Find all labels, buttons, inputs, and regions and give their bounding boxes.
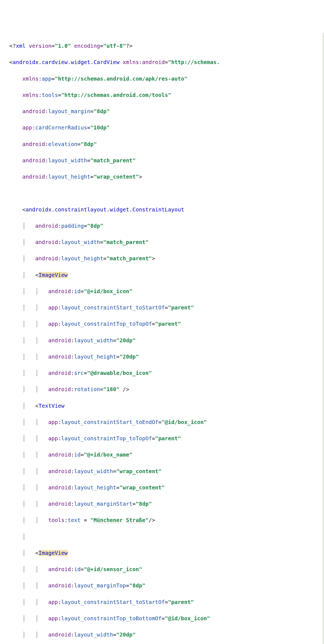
code-editor[interactable]: <?xml version="1.0" encoding="utf-8"?> <…: [0, 33, 323, 644]
code-line[interactable]: android:layout_margin="8dp": [9, 107, 323, 116]
code-line[interactable]: [9, 189, 323, 197]
code-line[interactable]: │ │ android:layout_height="wrap_content": [9, 484, 323, 492]
code-line[interactable]: xmlns:app="http://schemas.android.com/ap…: [9, 75, 323, 83]
code-line[interactable]: │ │ android:layout_width="20dp": [9, 631, 323, 639]
code-line[interactable]: app:cardCornerRadius="10dp": [9, 124, 323, 132]
code-line[interactable]: │ │ android:layout_marginStart="8dp": [9, 500, 323, 508]
tag-imageview-warning: ImageView: [39, 272, 68, 278]
code-line[interactable]: │ │ android:layout_height="20dp": [9, 353, 323, 361]
code-line[interactable]: │ │ app:layout_constraintStart_toEndOf="…: [9, 418, 323, 426]
code-line[interactable]: │ │ tools:text = "Münchener Straße"/>: [9, 516, 323, 524]
code-line[interactable]: │ │ app:layout_constraintTop_toBottomOf=…: [9, 614, 323, 623]
code-line[interactable]: <androidx.constraintlayout.widget.Constr…: [9, 206, 323, 214]
code-line[interactable]: │ │ app:layout_constraintStart_toStartOf…: [9, 598, 323, 606]
code-line[interactable]: android:elevation="8dp": [9, 140, 323, 149]
xml-keyword: xml: [16, 43, 25, 49]
code-line[interactable]: │ │ android:layout_width="wrap_content": [9, 467, 323, 476]
code-line[interactable]: │ │ android:rotation="180" />: [9, 385, 323, 394]
attr-value: "utf-8": [103, 43, 126, 49]
code-line[interactable]: │: [9, 533, 323, 541]
code-line[interactable]: │ │ android:id="@+id/box_icon": [9, 287, 323, 296]
code-line[interactable]: │ android:padding="8dp": [9, 222, 323, 230]
attr-value: "1.0": [55, 43, 71, 49]
code-line[interactable]: │ │ android:id="@+id/sensor_icon": [9, 565, 323, 574]
attr: encoding: [74, 43, 100, 49]
tag-cardview: androidx.cardview.widget.CardView: [13, 59, 119, 65]
xml-pi-open: <?: [9, 43, 16, 49]
code-line[interactable]: xmlns:tools="http://schemas.android.com/…: [9, 91, 323, 99]
code-line[interactable]: │ │ android:layout_marginTop="8dp": [9, 582, 323, 590]
attr-ns: xmlns:android: [123, 59, 165, 65]
code-line[interactable]: │ │ app:layout_constraintTop_toTopOf="pa…: [9, 320, 323, 328]
code-line[interactable]: <androidx.cardview.widget.CardView xmlns…: [9, 58, 323, 67]
code-line[interactable]: │ <ImageView: [9, 271, 323, 279]
code-line[interactable]: │ │ android:layout_width="20dp": [9, 336, 323, 345]
tag-textview: TextView: [39, 403, 65, 409]
code-line[interactable]: │ <TextView: [9, 402, 323, 410]
code-line[interactable]: android:layout_width="match_parent": [9, 157, 323, 165]
typo-warning: Straße: [126, 517, 145, 523]
code-line[interactable]: │ android:layout_width="match_parent": [9, 238, 323, 247]
typo-warning: Münchener: [93, 517, 123, 523]
code-line[interactable]: │ │ android:id="@+id/box_name": [9, 451, 323, 459]
attr-value: "http://schemas.: [168, 59, 220, 65]
tag-imageview-warning: ImageView: [39, 550, 68, 556]
code-line[interactable]: │ android:layout_height="match_parent">: [9, 255, 323, 263]
code-line[interactable]: │ │ android:src="@drawable/box_icon": [9, 369, 323, 377]
attr: version: [29, 43, 51, 49]
tag-constraintlayout: androidx.constraintlayout.widget.Constra…: [26, 206, 184, 213]
code-line[interactable]: │ │ app:layout_constraintTop_toTopOf="pa…: [9, 434, 323, 443]
xml-pi-close: ?>: [126, 43, 132, 49]
code-line[interactable]: │ │ app:layout_constraintStart_toStartOf…: [9, 304, 323, 312]
code-line[interactable]: │ <ImageView: [9, 549, 323, 557]
code-line[interactable]: <?xml version="1.0" encoding="utf-8"?>: [9, 42, 323, 50]
code-line[interactable]: android:layout_height="wrap_content">: [9, 173, 323, 181]
